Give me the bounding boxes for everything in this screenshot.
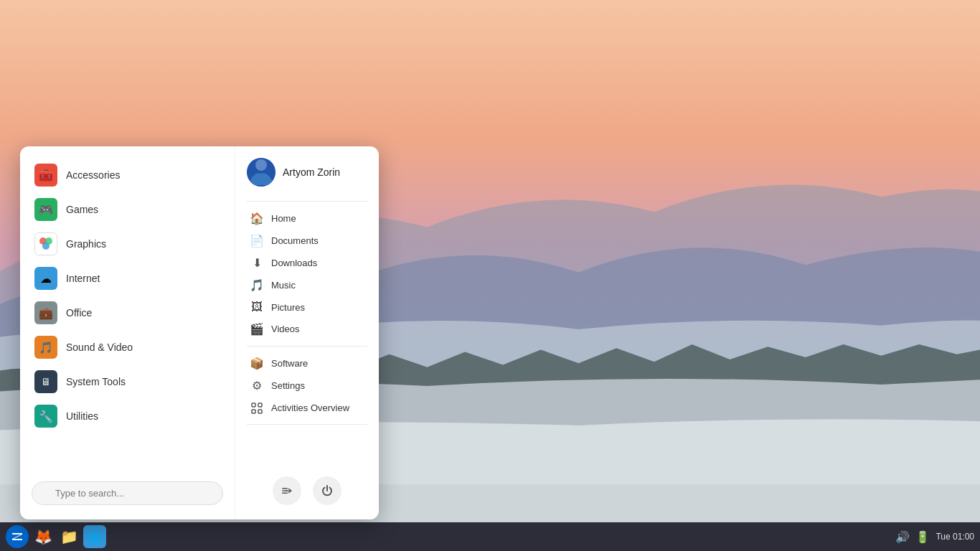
logout-button[interactable] [273, 476, 301, 505]
music-icon: 🎵 [250, 278, 264, 292]
games-label: Games [66, 204, 98, 215]
svg-rect-8 [258, 403, 262, 407]
documents-label: Documents [271, 235, 319, 246]
category-accessories[interactable]: 🧰 Accessories [26, 158, 229, 192]
accessories-label: Accessories [66, 169, 120, 181]
category-games[interactable]: 🎮 Games [26, 192, 229, 227]
home-label: Home [271, 213, 296, 224]
logout-icon [281, 484, 293, 497]
battery-icon[interactable]: 🔋 [915, 530, 930, 544]
software-label: Software [271, 358, 308, 369]
category-system-tools[interactable]: 🖥 System Tools [26, 364, 229, 399]
downloads-icon: ⬇ [250, 256, 264, 270]
action-activities[interactable]: Activities Overview [244, 397, 370, 418]
internet-icon: ☁ [34, 267, 57, 290]
activities-icon [250, 401, 264, 414]
svg-rect-7 [252, 403, 255, 407]
home-icon: 🏠 [250, 212, 264, 225]
place-pictures[interactable]: 🖼 Pictures [244, 296, 370, 318]
settings-label: Settings [271, 380, 305, 391]
office-icon: 💼 [34, 301, 57, 324]
place-videos[interactable]: 🎬 Videos [244, 318, 370, 340]
volume-icon[interactable]: 🔊 [895, 530, 910, 544]
place-downloads[interactable]: ⬇ Downloads [244, 252, 370, 274]
zorin-menu-button[interactable] [6, 525, 29, 548]
utilities-label: Utilities [66, 410, 98, 422]
place-documents[interactable]: 📄 Documents [244, 230, 370, 252]
svg-rect-10 [258, 410, 262, 413]
graphics-icon [34, 232, 57, 255]
accessories-icon: 🧰 [34, 164, 57, 187]
settings-icon: ⚙ [250, 379, 264, 392]
music-label: Music [271, 280, 296, 291]
avatar [247, 158, 275, 187]
pictures-label: Pictures [271, 302, 305, 313]
svg-rect-13 [282, 493, 288, 494]
category-utilities[interactable]: 🔧 Utilities [26, 399, 229, 433]
category-office[interactable]: 💼 Office [26, 296, 229, 330]
action-software[interactable]: 📦 Software [244, 352, 370, 375]
internet-label: Internet [66, 273, 100, 284]
search-area: 🔍 [26, 476, 229, 508]
documents-icon: 📄 [250, 234, 264, 248]
videos-label: Videos [271, 324, 300, 334]
search-wrapper: 🔍 [32, 481, 223, 505]
files-button[interactable]: 📁 [57, 525, 80, 548]
user-name: Artyom Zorin [283, 166, 340, 178]
place-home[interactable]: 🏠 Home [244, 207, 370, 230]
software-icon: 📦 [250, 357, 264, 370]
firefox-button[interactable]: 🦊 [32, 525, 55, 548]
taskbar-right: 🔊 🔋 Tue 01:00 [895, 530, 974, 544]
svg-point-6 [255, 159, 267, 171]
divider-3 [247, 424, 367, 425]
games-icon: 🎮 [34, 198, 57, 221]
pictures-icon: 🖼 [250, 301, 264, 314]
taskbar: 🦊 📁 🌐 🔊 🔋 Tue 01:00 [0, 522, 980, 551]
divider-1 [247, 201, 367, 202]
place-music[interactable]: 🎵 Music [244, 274, 370, 296]
system-tools-label: System Tools [66, 376, 126, 387]
category-sound-video[interactable]: 🎵 Sound & Video [26, 330, 229, 364]
power-buttons [244, 471, 370, 508]
activities-label: Activities Overview [271, 402, 349, 413]
categories-panel: 🧰 Accessories 🎮 Games Graphics ☁ [20, 146, 235, 519]
sound-video-label: Sound & Video [66, 342, 133, 353]
search-input[interactable] [32, 481, 223, 505]
svg-rect-11 [282, 488, 288, 489]
category-graphics[interactable]: Graphics [26, 227, 229, 261]
right-panel: Artyom Zorin 🏠 Home 📄 Documents ⬇ Downlo… [235, 146, 379, 519]
category-internet[interactable]: ☁ Internet [26, 261, 229, 296]
svg-rect-9 [252, 410, 255, 413]
svg-point-4 [42, 242, 50, 250]
software-store-button[interactable]: 🌐 [83, 525, 106, 548]
power-icon [321, 484, 334, 497]
utilities-icon: 🔧 [34, 405, 57, 428]
app-menu: 🧰 Accessories 🎮 Games Graphics ☁ [20, 146, 379, 519]
videos-icon: 🎬 [250, 322, 264, 336]
action-settings[interactable]: ⚙ Settings [244, 375, 370, 397]
user-section: Artyom Zorin [244, 158, 370, 187]
downloads-label: Downloads [271, 258, 317, 268]
system-tools-icon: 🖥 [34, 370, 57, 393]
sound-video-icon: 🎵 [34, 336, 57, 359]
taskbar-left: 🦊 📁 🌐 [6, 525, 106, 548]
clock[interactable]: Tue 01:00 [936, 532, 974, 542]
power-button[interactable] [313, 476, 341, 505]
graphics-label: Graphics [66, 238, 106, 250]
office-label: Office [66, 307, 92, 319]
divider-2 [247, 346, 367, 347]
